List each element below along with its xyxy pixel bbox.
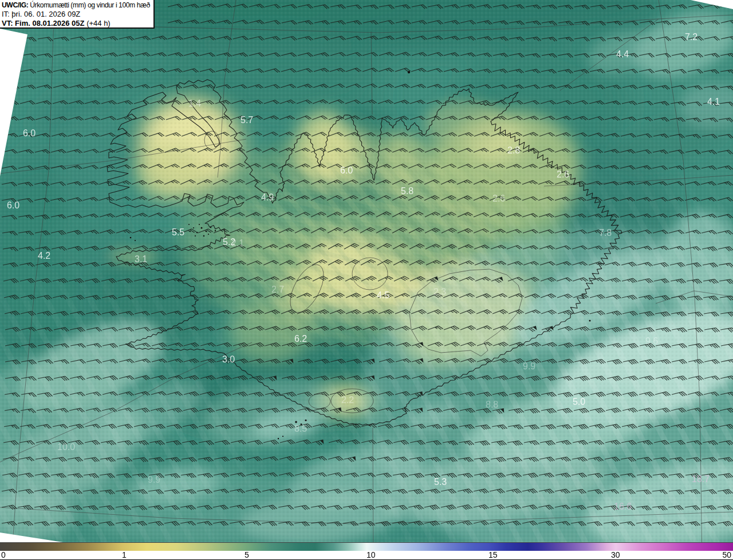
svg-text:1.4: 1.4 (188, 98, 201, 108)
svg-text:5.8: 5.8 (401, 186, 413, 196)
svg-text:9.9: 9.9 (148, 475, 160, 484)
svg-text:4.5: 4.5 (377, 290, 389, 300)
svg-text:3.0: 3.0 (222, 354, 235, 364)
svg-text:2.7: 2.7 (271, 285, 284, 294)
svg-text:9.6: 9.6 (645, 336, 658, 346)
svg-text:2.3: 2.3 (434, 287, 446, 297)
svg-text:6.2: 6.2 (294, 334, 307, 344)
svg-text:10.0: 10.0 (57, 442, 75, 452)
svg-text:5.3: 5.3 (434, 477, 447, 487)
svg-text:7.2: 7.2 (685, 32, 697, 42)
svg-text:4.2: 4.2 (38, 251, 50, 261)
svg-text:4.9: 4.9 (261, 192, 274, 202)
svg-text:5.7: 5.7 (241, 115, 253, 125)
svg-text:2.8: 2.8 (507, 145, 520, 155)
svg-text:5.0: 5.0 (573, 397, 585, 407)
svg-text:2.2: 2.2 (341, 395, 354, 405)
svg-text:16.6: 16.6 (614, 502, 632, 511)
svg-text:4.4: 4.4 (616, 49, 629, 59)
svg-text:18.7: 18.7 (692, 474, 710, 484)
svg-text:9.9: 9.9 (523, 361, 535, 371)
svg-text:5.5: 5.5 (172, 227, 184, 237)
svg-text:6.0: 6.0 (340, 165, 353, 175)
svg-text:2.6: 2.6 (492, 194, 505, 203)
svg-text:4.1: 4.1 (707, 97, 720, 107)
svg-text:6.0: 6.0 (23, 128, 36, 138)
svg-text:8.5: 8.5 (294, 424, 307, 433)
svg-text:6.0: 6.0 (7, 200, 19, 210)
svg-text:2.1: 2.1 (231, 238, 244, 248)
svg-text:7.8: 7.8 (599, 228, 612, 238)
svg-text:3.1: 3.1 (135, 254, 147, 264)
svg-text:8.8: 8.8 (486, 400, 498, 409)
svg-text:2.6: 2.6 (557, 169, 569, 179)
